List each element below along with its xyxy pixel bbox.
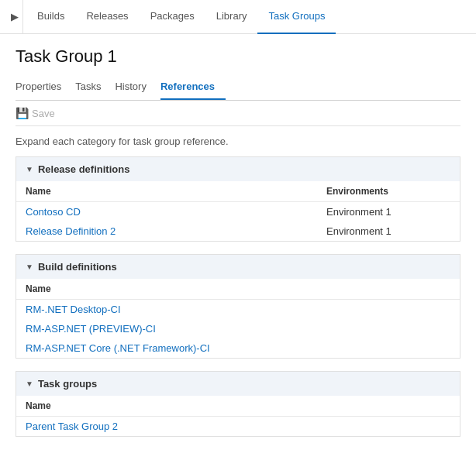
chevron-icon: ▼ — [26, 379, 33, 388]
tab-history[interactable]: History — [115, 77, 157, 100]
table-row: RM-ASP.NET Core (.NET Framework)-CI — [16, 338, 460, 358]
chevron-icon: ▼ — [26, 263, 33, 271]
tab-tasks[interactable]: Tasks — [75, 77, 112, 100]
table-header-row: NameEnvironments — [16, 181, 460, 202]
row-name-link[interactable]: RM-.NET Desktop-CI — [26, 304, 450, 315]
section-title: Release definitions — [38, 163, 129, 175]
row-name-link[interactable]: RM-ASP.NET (PREVIEW)-CI — [26, 323, 450, 335]
sub-tabs: PropertiesTasksHistoryReferences — [16, 77, 460, 101]
section-header-task-groups[interactable]: ▼Task groups — [16, 372, 460, 396]
page-content: Task Group 1 PropertiesTasksHistoryRefer… — [0, 34, 476, 465]
section-table-build-definitions: NameRM-.NET Desktop-CIRM-ASP.NET (PREVIE… — [16, 279, 460, 358]
section-title: Task groups — [38, 378, 97, 390]
nav-item-builds[interactable]: Builds — [26, 0, 75, 34]
row-name-link[interactable]: Parent Task Group 2 — [26, 421, 450, 432]
save-button[interactable]: 💾 Save — [16, 107, 55, 119]
section-table-task-groups: NameParent Task Group 2 — [16, 396, 460, 436]
table-row: Contoso CDEnvironment 1 — [16, 202, 460, 221]
table-row: RM-.NET Desktop-CI — [16, 300, 460, 319]
table-row: Release Definition 2Environment 1 — [16, 221, 460, 241]
save-label: Save — [32, 108, 55, 119]
page-title: Task Group 1 — [16, 46, 460, 67]
section-release-definitions: ▼Release definitionsNameEnvironmentsCont… — [16, 156, 460, 242]
table-header-row: Name — [16, 396, 460, 417]
col-name-header: Name — [26, 400, 450, 411]
table-row: Parent Task Group 2 — [16, 417, 460, 436]
section-header-release-definitions[interactable]: ▼Release definitions — [16, 157, 460, 181]
section-header-build-definitions[interactable]: ▼Build definitions — [16, 255, 460, 279]
table-header-row: Name — [16, 279, 460, 300]
tab-references[interactable]: References — [160, 77, 226, 100]
nav-item-task-groups[interactable]: Task Groups — [257, 0, 336, 34]
col-name-header: Name — [26, 186, 326, 197]
section-title: Build definitions — [38, 261, 117, 273]
nav-item-library[interactable]: Library — [205, 0, 258, 34]
row-name-link[interactable]: RM-ASP.NET Core (.NET Framework)-CI — [26, 342, 450, 354]
sidebar-toggle[interactable]: ▶ — [6, 0, 23, 34]
nav-item-packages[interactable]: Packages — [140, 0, 205, 34]
section-table-release-definitions: NameEnvironmentsContoso CDEnvironment 1R… — [16, 181, 460, 241]
toolbar: 💾 Save — [16, 101, 460, 126]
row-name-link[interactable]: Release Definition 2 — [26, 225, 326, 237]
tab-properties[interactable]: Properties — [16, 77, 72, 100]
top-nav: ▶ BuildsReleasesPackagesLibraryTask Grou… — [0, 0, 476, 34]
sections-container: ▼Release definitionsNameEnvironmentsCont… — [16, 156, 460, 437]
nav-item-releases[interactable]: Releases — [75, 0, 139, 34]
chevron-icon: ▼ — [26, 165, 33, 173]
section-task-groups: ▼Task groupsNameParent Task Group 2 — [16, 371, 460, 437]
save-icon: 💾 — [16, 107, 29, 119]
row-name-link[interactable]: Contoso CD — [26, 206, 326, 218]
col-name-header: Name — [26, 283, 450, 294]
description: Expand each category for task group refe… — [16, 136, 460, 147]
col-env-header: Environments — [326, 186, 450, 197]
table-row: RM-ASP.NET (PREVIEW)-CI — [16, 319, 460, 338]
section-build-definitions: ▼Build definitionsNameRM-.NET Desktop-CI… — [16, 254, 460, 359]
row-env-value: Environment 1 — [326, 225, 450, 237]
row-env-value: Environment 1 — [326, 206, 450, 218]
